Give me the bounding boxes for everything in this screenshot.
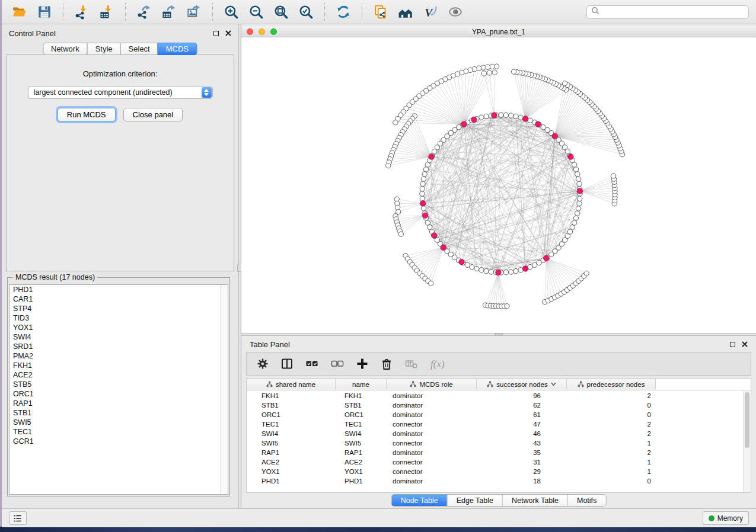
node-table-header: shared namenameMCDS rolesuccessor nodesp…	[247, 379, 751, 390]
column-header-predecessor-nodes[interactable]: predecessor nodes	[567, 379, 656, 390]
table-cell: TEC1	[247, 421, 336, 428]
table-panel: Table Panel f(x)	[241, 336, 756, 508]
mcds-result-item[interactable]: FKH1	[9, 361, 228, 370]
open-file-icon[interactable]	[9, 2, 30, 21]
optimization-criterion-value: largest connected component (undirected)	[34, 88, 173, 97]
vizmapper-icon[interactable]: V	[420, 2, 441, 21]
mcds-result-item[interactable]: STB5	[9, 380, 228, 389]
table-cell: dominator	[387, 411, 477, 418]
column-header-name[interactable]: name	[336, 379, 387, 390]
zoom-in-icon[interactable]	[221, 2, 242, 21]
close-panel-icon[interactable]	[225, 30, 231, 36]
mcds-result-item[interactable]: ACE2	[9, 370, 228, 380]
scrollbar-thumb[interactable]	[745, 392, 749, 448]
tab-motifs[interactable]: Motifs	[567, 495, 605, 506]
mcds-result-item[interactable]: PHD1	[9, 285, 228, 294]
table-cell: YOX1	[247, 468, 336, 475]
window-maximize-icon[interactable]	[270, 28, 277, 35]
table-row[interactable]: ACE2ACE2connector311	[247, 457, 743, 467]
mcds-result-item[interactable]: SWI4	[9, 332, 228, 342]
table-row[interactable]: YOX1YOX1connector291	[247, 467, 743, 476]
mcds-result-item[interactable]: STB1	[9, 408, 228, 418]
network-overview-icon[interactable]	[370, 2, 391, 21]
memory-status-icon	[709, 515, 714, 521]
zoom-fit-icon[interactable]	[270, 2, 292, 21]
table-row[interactable]: RAP1RAP1dominator352	[247, 448, 743, 457]
column-header-shared-name[interactable]: shared name	[247, 379, 336, 390]
divider-handle[interactable]	[495, 334, 503, 335]
refresh-view-icon[interactable]	[333, 2, 354, 21]
import-network-icon[interactable]	[71, 2, 92, 21]
tab-mcds[interactable]: MCDS	[158, 43, 197, 55]
delete-table-icon-disabled	[404, 357, 419, 370]
search-box[interactable]	[586, 5, 749, 19]
float-panel-icon[interactable]	[213, 31, 219, 36]
table-row[interactable]: STB1STB1dominator620	[247, 400, 743, 410]
table-row[interactable]: SWI5SWI5connector431	[247, 438, 743, 448]
table-cell: 1	[567, 440, 656, 447]
select-all-icon[interactable]	[305, 357, 319, 370]
table-cell: 35	[477, 449, 567, 456]
table-row[interactable]: FKH1FKH1dominator962	[247, 391, 743, 400]
task-history-button[interactable]	[9, 511, 27, 525]
window-minimize-icon[interactable]	[259, 28, 265, 35]
deselect-all-icon[interactable]	[330, 357, 344, 370]
mcds-result-item[interactable]: TID3	[9, 313, 228, 323]
import-table-icon[interactable]	[96, 2, 117, 21]
search-input[interactable]	[602, 8, 744, 16]
optimization-criterion-select[interactable]: largest connected component (undirected)	[28, 86, 213, 99]
tab-network[interactable]: Network	[43, 43, 88, 55]
memory-button[interactable]: Memory	[703, 511, 749, 525]
network-canvas[interactable]	[241, 37, 756, 333]
mcds-result-item[interactable]: SRD1	[9, 342, 228, 351]
mcds-result-item[interactable]: SWI5	[9, 418, 228, 427]
table-row[interactable]: TEC1TEC1connector472	[247, 419, 743, 429]
table-cell: PHD1	[247, 477, 336, 485]
table-row[interactable]: ORC1ORC1dominator610	[247, 410, 743, 419]
tab-node-table[interactable]: Node Table	[392, 495, 447, 506]
table-cell: dominator	[387, 392, 477, 399]
float-panel-icon[interactable]	[730, 342, 735, 347]
delete-column-trash-icon[interactable]	[380, 357, 393, 370]
table-settings-gear-icon[interactable]	[256, 357, 269, 370]
mcds-result-item[interactable]: PMA2	[9, 351, 228, 361]
network-window-titlebar[interactable]: YPA_prune.txt_1	[241, 27, 756, 37]
close-panel-button[interactable]: Close panel	[123, 108, 183, 121]
network-graph[interactable]	[241, 37, 756, 333]
export-table-icon[interactable]	[158, 2, 180, 21]
close-panel-icon[interactable]	[742, 341, 748, 347]
export-network-icon[interactable]	[133, 2, 155, 21]
mcds-result-item[interactable]: CAR1	[9, 294, 228, 304]
tab-edge-table[interactable]: Edge Table	[447, 495, 502, 506]
show-columns-icon[interactable]	[280, 357, 294, 370]
tab-select[interactable]: Select	[120, 43, 158, 55]
table-cell: RAP1	[247, 449, 336, 456]
table-cell: 43	[477, 440, 567, 447]
home-pages-icon[interactable]	[395, 2, 416, 21]
zoom-out-icon[interactable]	[245, 2, 267, 21]
mcds-result-item[interactable]: STP4	[9, 304, 228, 313]
column-header-MCDS-role[interactable]: MCDS role	[387, 379, 477, 390]
mcds-result-item[interactable]: ORC1	[9, 389, 228, 399]
run-mcds-button[interactable]: Run MCDS	[58, 108, 116, 121]
table-row[interactable]: SWI4SWI4dominator462	[247, 429, 743, 438]
mcds-result-item[interactable]: GCR1	[9, 437, 228, 446]
table-cell: SWI4	[336, 430, 387, 437]
mcds-result-item[interactable]: RAP1	[9, 399, 228, 408]
table-scrollbar[interactable]	[743, 391, 751, 492]
save-session-icon[interactable]	[34, 2, 55, 21]
tab-network-table[interactable]: Network Table	[502, 495, 567, 506]
tab-style[interactable]: Style	[87, 43, 121, 55]
table-cell: 2	[567, 449, 656, 456]
toolbar-separator	[125, 3, 126, 21]
window-close-icon[interactable]	[247, 28, 253, 35]
mcds-list-scrollbar[interactable]	[220, 285, 228, 494]
export-image-icon[interactable]	[183, 2, 205, 21]
hide-show-icon[interactable]	[445, 2, 466, 21]
column-header-successor-nodes[interactable]: successor nodes	[477, 379, 567, 390]
table-row[interactable]: PHD1PHD1dominator180	[247, 476, 743, 486]
add-column-icon[interactable]	[356, 357, 369, 370]
zoom-selected-icon[interactable]	[295, 2, 317, 21]
mcds-result-item[interactable]: YOX1	[9, 323, 228, 332]
mcds-result-item[interactable]: TEC1	[9, 427, 228, 437]
